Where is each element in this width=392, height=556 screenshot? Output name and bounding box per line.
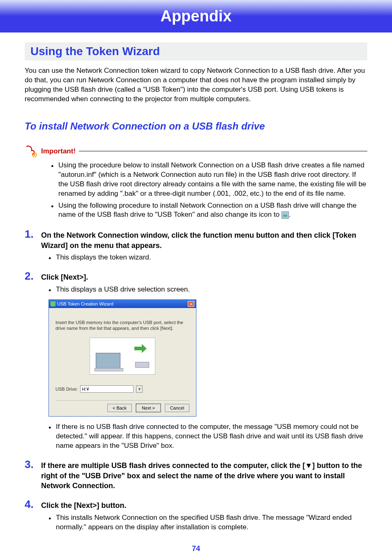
usb-drive-label: USB Drive:	[55, 387, 78, 392]
step-sub-item: This installs Network Connection on the …	[48, 513, 367, 532]
app-icon	[51, 301, 55, 306]
usb-token-icon	[281, 211, 289, 219]
svg-point-1	[34, 154, 35, 155]
step-number: 4.	[25, 498, 41, 511]
arrow-icon	[134, 344, 147, 353]
wizard-instruction: Insert the USB memory into the computer'…	[55, 320, 189, 331]
step-1: 1. On the Network Connection window, cli…	[25, 228, 367, 250]
wizard-dialog: USB Token Creation Wizard ✕ Insert the U…	[48, 299, 196, 417]
step-2: 2. Click [Next>].	[25, 270, 367, 283]
step-text: Click [Next>].	[41, 272, 88, 282]
header-title: Appendix	[160, 7, 231, 25]
important-label: Important!	[41, 147, 76, 155]
step-after-item: If there is no USB flash drive connected…	[48, 422, 367, 451]
wizard-titlebar: USB Token Creation Wizard ✕	[49, 300, 196, 308]
wizard-title-text: USB Token Creation Wizard	[57, 301, 113, 306]
step-3: 3. If there are multiple USB flash drive…	[25, 458, 367, 491]
divider	[79, 151, 367, 151]
close-button[interactable]: ✕	[188, 301, 194, 307]
important-list: Using the procedure below to install Net…	[25, 161, 367, 220]
step-sub-list: This installs Network Connection on the …	[25, 513, 367, 532]
pointing-finger-icon	[25, 144, 39, 158]
step-number: 3.	[25, 458, 41, 471]
step-sub-list: This displays the token wizard.	[25, 253, 367, 262]
page-content: Using the Token Wizard You can use the N…	[0, 32, 392, 556]
back-button[interactable]: < Back	[107, 404, 132, 412]
wizard-illustration	[90, 338, 155, 375]
laptop-icon	[96, 353, 120, 369]
step-number: 1.	[25, 228, 41, 241]
next-button[interactable]: Next >	[136, 404, 161, 412]
dropdown-button[interactable]: ▼	[136, 385, 143, 393]
cancel-button[interactable]: Cancel	[165, 404, 189, 412]
step-number: 2.	[25, 270, 41, 283]
usb-drive-input[interactable]	[80, 385, 134, 393]
step-text: If there are multiple USB flash drives c…	[41, 461, 367, 491]
section-intro: You can use the Network Connection token…	[25, 66, 367, 104]
usb-drive-icon	[135, 362, 149, 368]
step-after-list: If there is no USB flash drive connected…	[25, 422, 367, 451]
step-sub-item: This displays the token wizard.	[48, 253, 367, 262]
page-header: Appendix	[0, 0, 392, 32]
step-text: On the Network Connection window, click …	[41, 230, 367, 250]
important-item: Using the following procedure to install…	[51, 201, 367, 220]
page-number: 74	[25, 544, 367, 553]
step-text: Click the [Next>] button.	[41, 500, 127, 510]
step-sub-list: This displays a USB drive selection scre…	[25, 285, 367, 294]
section-title: Using the Token Wizard	[25, 42, 367, 60]
step-4: 4. Click the [Next>] button.	[25, 498, 367, 511]
step-sub-item: This displays a USB drive selection scre…	[48, 285, 367, 294]
important-item: Using the procedure below to install Net…	[51, 161, 367, 199]
subsection-title: To install Network Connection on a USB f…	[25, 120, 367, 132]
important-block: Important! Using the procedure below to …	[25, 144, 367, 220]
